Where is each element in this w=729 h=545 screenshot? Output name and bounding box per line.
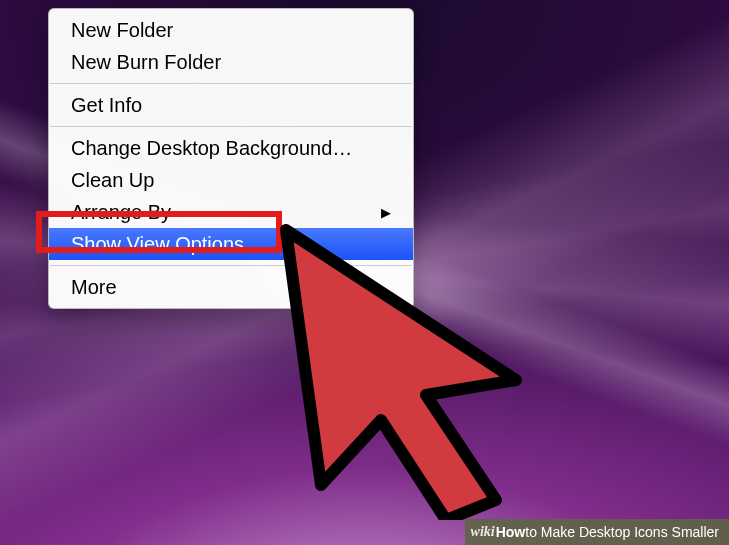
desktop-background: New Folder New Burn Folder Get Info Chan… [0, 0, 729, 545]
menu-item-label: Change Desktop Background… [71, 135, 391, 161]
menu-item-label: Get Info [71, 92, 391, 118]
menu-item-label: Show View Options [71, 231, 391, 257]
menu-separator [50, 265, 412, 266]
menu-item-more[interactable]: More [49, 271, 413, 303]
menu-item-clean-up[interactable]: Clean Up [49, 164, 413, 196]
caption-title: to Make Desktop Icons Smaller [525, 524, 719, 540]
caption-brand-how: How [496, 524, 526, 540]
menu-item-label: New Burn Folder [71, 49, 391, 75]
menu-item-show-view-options[interactable]: Show View Options [49, 228, 413, 260]
submenu-arrow-icon: ▶ [381, 206, 391, 219]
menu-item-get-info[interactable]: Get Info [49, 89, 413, 121]
caption-bar: wikiHow to Make Desktop Icons Smaller [465, 519, 729, 545]
caption-brand: wiki [471, 524, 495, 540]
context-menu: New Folder New Burn Folder Get Info Chan… [48, 8, 414, 309]
menu-separator [50, 83, 412, 84]
menu-item-label: More [71, 274, 391, 300]
menu-item-new-burn-folder[interactable]: New Burn Folder [49, 46, 413, 78]
menu-item-change-desktop-background[interactable]: Change Desktop Background… [49, 132, 413, 164]
menu-separator [50, 126, 412, 127]
menu-item-arrange-by[interactable]: Arrange By ▶ [49, 196, 413, 228]
menu-item-label: New Folder [71, 17, 391, 43]
menu-item-label: Arrange By [71, 199, 381, 225]
menu-item-new-folder[interactable]: New Folder [49, 14, 413, 46]
menu-item-label: Clean Up [71, 167, 391, 193]
